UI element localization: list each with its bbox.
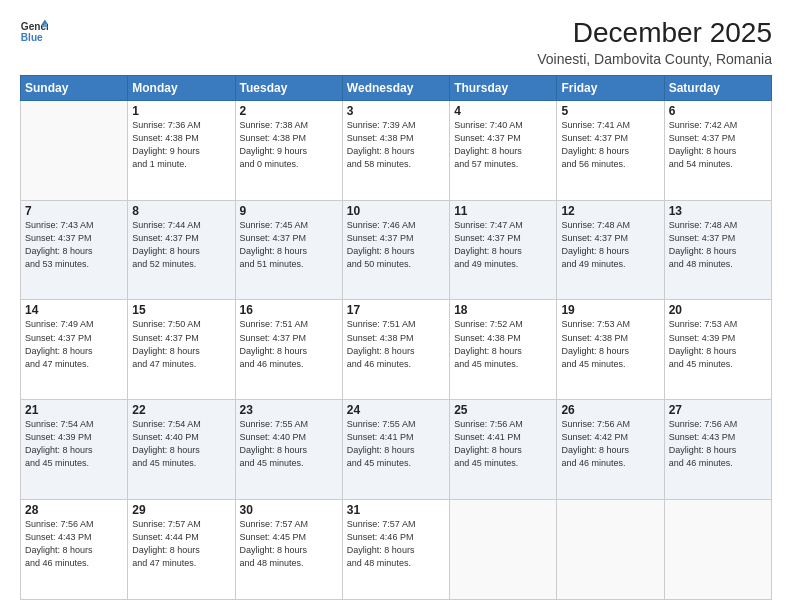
calendar-cell: 23Sunrise: 7:55 AM Sunset: 4:40 PM Dayli… bbox=[235, 400, 342, 500]
day-info: Sunrise: 7:47 AM Sunset: 4:37 PM Dayligh… bbox=[454, 219, 552, 271]
day-number: 20 bbox=[669, 303, 767, 317]
calendar-table: SundayMondayTuesdayWednesdayThursdayFrid… bbox=[20, 75, 772, 600]
logo-icon: General Blue bbox=[20, 18, 48, 46]
calendar-week-1: 1Sunrise: 7:36 AM Sunset: 4:38 PM Daylig… bbox=[21, 100, 772, 200]
day-number: 27 bbox=[669, 403, 767, 417]
day-number: 18 bbox=[454, 303, 552, 317]
calendar-cell: 30Sunrise: 7:57 AM Sunset: 4:45 PM Dayli… bbox=[235, 500, 342, 600]
day-header-saturday: Saturday bbox=[664, 75, 771, 100]
day-info: Sunrise: 7:36 AM Sunset: 4:38 PM Dayligh… bbox=[132, 119, 230, 171]
day-number: 7 bbox=[25, 204, 123, 218]
day-number: 22 bbox=[132, 403, 230, 417]
day-info: Sunrise: 7:42 AM Sunset: 4:37 PM Dayligh… bbox=[669, 119, 767, 171]
day-number: 11 bbox=[454, 204, 552, 218]
calendar-cell: 25Sunrise: 7:56 AM Sunset: 4:41 PM Dayli… bbox=[450, 400, 557, 500]
day-info: Sunrise: 7:50 AM Sunset: 4:37 PM Dayligh… bbox=[132, 318, 230, 370]
day-info: Sunrise: 7:57 AM Sunset: 4:45 PM Dayligh… bbox=[240, 518, 338, 570]
day-info: Sunrise: 7:41 AM Sunset: 4:37 PM Dayligh… bbox=[561, 119, 659, 171]
calendar-cell: 10Sunrise: 7:46 AM Sunset: 4:37 PM Dayli… bbox=[342, 200, 449, 300]
day-info: Sunrise: 7:39 AM Sunset: 4:38 PM Dayligh… bbox=[347, 119, 445, 171]
calendar-cell: 3Sunrise: 7:39 AM Sunset: 4:38 PM Daylig… bbox=[342, 100, 449, 200]
day-number: 13 bbox=[669, 204, 767, 218]
day-info: Sunrise: 7:48 AM Sunset: 4:37 PM Dayligh… bbox=[669, 219, 767, 271]
day-info: Sunrise: 7:57 AM Sunset: 4:46 PM Dayligh… bbox=[347, 518, 445, 570]
calendar-cell bbox=[664, 500, 771, 600]
day-info: Sunrise: 7:54 AM Sunset: 4:40 PM Dayligh… bbox=[132, 418, 230, 470]
calendar-cell bbox=[21, 100, 128, 200]
day-info: Sunrise: 7:52 AM Sunset: 4:38 PM Dayligh… bbox=[454, 318, 552, 370]
calendar-cell: 26Sunrise: 7:56 AM Sunset: 4:42 PM Dayli… bbox=[557, 400, 664, 500]
day-header-sunday: Sunday bbox=[21, 75, 128, 100]
day-number: 29 bbox=[132, 503, 230, 517]
day-number: 15 bbox=[132, 303, 230, 317]
title-block: December 2025 Voinesti, Dambovita County… bbox=[537, 18, 772, 67]
calendar-cell: 24Sunrise: 7:55 AM Sunset: 4:41 PM Dayli… bbox=[342, 400, 449, 500]
day-info: Sunrise: 7:56 AM Sunset: 4:43 PM Dayligh… bbox=[669, 418, 767, 470]
calendar-cell: 22Sunrise: 7:54 AM Sunset: 4:40 PM Dayli… bbox=[128, 400, 235, 500]
day-header-monday: Monday bbox=[128, 75, 235, 100]
day-number: 19 bbox=[561, 303, 659, 317]
day-number: 2 bbox=[240, 104, 338, 118]
day-info: Sunrise: 7:54 AM Sunset: 4:39 PM Dayligh… bbox=[25, 418, 123, 470]
day-info: Sunrise: 7:57 AM Sunset: 4:44 PM Dayligh… bbox=[132, 518, 230, 570]
day-header-friday: Friday bbox=[557, 75, 664, 100]
calendar-cell: 19Sunrise: 7:53 AM Sunset: 4:38 PM Dayli… bbox=[557, 300, 664, 400]
calendar-header-row: SundayMondayTuesdayWednesdayThursdayFrid… bbox=[21, 75, 772, 100]
day-info: Sunrise: 7:51 AM Sunset: 4:38 PM Dayligh… bbox=[347, 318, 445, 370]
day-number: 23 bbox=[240, 403, 338, 417]
day-header-thursday: Thursday bbox=[450, 75, 557, 100]
calendar-week-4: 21Sunrise: 7:54 AM Sunset: 4:39 PM Dayli… bbox=[21, 400, 772, 500]
day-info: Sunrise: 7:48 AM Sunset: 4:37 PM Dayligh… bbox=[561, 219, 659, 271]
day-info: Sunrise: 7:49 AM Sunset: 4:37 PM Dayligh… bbox=[25, 318, 123, 370]
day-number: 12 bbox=[561, 204, 659, 218]
calendar-week-2: 7Sunrise: 7:43 AM Sunset: 4:37 PM Daylig… bbox=[21, 200, 772, 300]
day-info: Sunrise: 7:43 AM Sunset: 4:37 PM Dayligh… bbox=[25, 219, 123, 271]
day-number: 6 bbox=[669, 104, 767, 118]
calendar-cell: 20Sunrise: 7:53 AM Sunset: 4:39 PM Dayli… bbox=[664, 300, 771, 400]
calendar-cell: 29Sunrise: 7:57 AM Sunset: 4:44 PM Dayli… bbox=[128, 500, 235, 600]
day-number: 31 bbox=[347, 503, 445, 517]
day-number: 30 bbox=[240, 503, 338, 517]
day-number: 14 bbox=[25, 303, 123, 317]
calendar-cell: 27Sunrise: 7:56 AM Sunset: 4:43 PM Dayli… bbox=[664, 400, 771, 500]
day-number: 24 bbox=[347, 403, 445, 417]
calendar-cell: 12Sunrise: 7:48 AM Sunset: 4:37 PM Dayli… bbox=[557, 200, 664, 300]
day-number: 10 bbox=[347, 204, 445, 218]
day-info: Sunrise: 7:44 AM Sunset: 4:37 PM Dayligh… bbox=[132, 219, 230, 271]
calendar-cell: 16Sunrise: 7:51 AM Sunset: 4:37 PM Dayli… bbox=[235, 300, 342, 400]
day-info: Sunrise: 7:45 AM Sunset: 4:37 PM Dayligh… bbox=[240, 219, 338, 271]
calendar-cell: 13Sunrise: 7:48 AM Sunset: 4:37 PM Dayli… bbox=[664, 200, 771, 300]
day-info: Sunrise: 7:40 AM Sunset: 4:37 PM Dayligh… bbox=[454, 119, 552, 171]
day-header-tuesday: Tuesday bbox=[235, 75, 342, 100]
day-info: Sunrise: 7:51 AM Sunset: 4:37 PM Dayligh… bbox=[240, 318, 338, 370]
page: General Blue December 2025 Voinesti, Dam… bbox=[0, 0, 792, 612]
day-number: 26 bbox=[561, 403, 659, 417]
calendar-cell: 21Sunrise: 7:54 AM Sunset: 4:39 PM Dayli… bbox=[21, 400, 128, 500]
calendar-cell: 31Sunrise: 7:57 AM Sunset: 4:46 PM Dayli… bbox=[342, 500, 449, 600]
calendar-cell: 17Sunrise: 7:51 AM Sunset: 4:38 PM Dayli… bbox=[342, 300, 449, 400]
calendar-cell: 18Sunrise: 7:52 AM Sunset: 4:38 PM Dayli… bbox=[450, 300, 557, 400]
calendar-cell: 11Sunrise: 7:47 AM Sunset: 4:37 PM Dayli… bbox=[450, 200, 557, 300]
calendar-cell: 14Sunrise: 7:49 AM Sunset: 4:37 PM Dayli… bbox=[21, 300, 128, 400]
calendar-cell: 15Sunrise: 7:50 AM Sunset: 4:37 PM Dayli… bbox=[128, 300, 235, 400]
calendar-cell bbox=[557, 500, 664, 600]
day-number: 9 bbox=[240, 204, 338, 218]
calendar-cell: 8Sunrise: 7:44 AM Sunset: 4:37 PM Daylig… bbox=[128, 200, 235, 300]
calendar-cell: 2Sunrise: 7:38 AM Sunset: 4:38 PM Daylig… bbox=[235, 100, 342, 200]
day-info: Sunrise: 7:53 AM Sunset: 4:39 PM Dayligh… bbox=[669, 318, 767, 370]
day-number: 21 bbox=[25, 403, 123, 417]
day-number: 28 bbox=[25, 503, 123, 517]
day-number: 16 bbox=[240, 303, 338, 317]
calendar-cell: 7Sunrise: 7:43 AM Sunset: 4:37 PM Daylig… bbox=[21, 200, 128, 300]
day-info: Sunrise: 7:46 AM Sunset: 4:37 PM Dayligh… bbox=[347, 219, 445, 271]
day-number: 25 bbox=[454, 403, 552, 417]
calendar-week-5: 28Sunrise: 7:56 AM Sunset: 4:43 PM Dayli… bbox=[21, 500, 772, 600]
calendar-cell: 1Sunrise: 7:36 AM Sunset: 4:38 PM Daylig… bbox=[128, 100, 235, 200]
calendar-week-3: 14Sunrise: 7:49 AM Sunset: 4:37 PM Dayli… bbox=[21, 300, 772, 400]
calendar-cell: 28Sunrise: 7:56 AM Sunset: 4:43 PM Dayli… bbox=[21, 500, 128, 600]
day-number: 5 bbox=[561, 104, 659, 118]
day-info: Sunrise: 7:56 AM Sunset: 4:43 PM Dayligh… bbox=[25, 518, 123, 570]
logo: General Blue bbox=[20, 18, 48, 46]
calendar-cell: 5Sunrise: 7:41 AM Sunset: 4:37 PM Daylig… bbox=[557, 100, 664, 200]
main-title: December 2025 bbox=[537, 18, 772, 49]
